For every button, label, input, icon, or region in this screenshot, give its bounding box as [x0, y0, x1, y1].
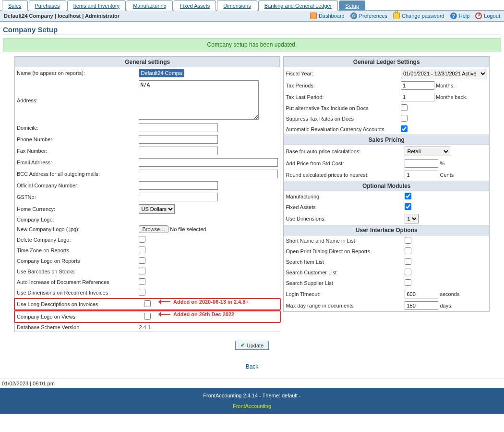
mod-fixed-assets-checkbox[interactable]: [405, 203, 411, 210]
page-title: Company Setup: [3, 25, 501, 35]
search-supplier-label: Search Supplier List: [284, 278, 403, 288]
short-name-checkbox[interactable]: [405, 237, 411, 244]
login-timeout-input[interactable]: [405, 290, 438, 298]
tax-periods-input[interactable]: [401, 81, 434, 90]
phone-input[interactable]: [139, 135, 218, 144]
logo-views-label: Company Logo on Views: [15, 311, 142, 322]
gst-input[interactable]: [139, 193, 218, 201]
home-currency-select[interactable]: US Dollars: [139, 204, 175, 214]
mod-manufacturing-label: Manufacturing: [284, 191, 403, 202]
suppress-tax-checkbox[interactable]: [401, 115, 408, 122]
new-logo-label: New Company Logo (.jpg):: [15, 224, 137, 235]
link-preferences[interactable]: Preferences: [350, 12, 387, 19]
base-auto-select[interactable]: Retail: [405, 147, 450, 156]
status-bar: 01/02/2023 | 06:01 pm: [0, 379, 504, 388]
phone-label: Phone Number:: [15, 134, 137, 145]
max-day-suffix: days.: [440, 303, 452, 309]
update-button[interactable]: ✔ Update: [235, 341, 269, 350]
ledger-header: General Ledger Settings: [284, 57, 489, 67]
dim-recurrent-label: Use Dimensions on Recurrent Invoices: [15, 287, 137, 298]
open-print-checkbox[interactable]: [405, 247, 411, 254]
gear-icon: [350, 12, 357, 19]
footer-version: FrontAccounting 2.4.14 - Theme: default …: [0, 388, 504, 403]
auto-reval-label: Automatic Revaluation Currency Accounts: [284, 124, 399, 135]
long-desc-checkbox[interactable]: [144, 300, 151, 307]
barcodes-label: Use Barcodes on Stocks: [15, 266, 137, 277]
alt-tax-checkbox[interactable]: [401, 104, 408, 111]
mod-manufacturing-checkbox[interactable]: [405, 193, 411, 199]
search-customer-checkbox[interactable]: [405, 269, 411, 275]
fy-label: Fiscal Year:: [284, 67, 399, 80]
domicile-label: Domicile:: [15, 122, 137, 134]
tz-reports-checkbox[interactable]: [139, 247, 145, 253]
footer-link[interactable]: FrontAccounting: [233, 403, 271, 409]
company-name-input[interactable]: [139, 69, 184, 77]
link-change-password[interactable]: Change password: [393, 12, 444, 19]
barcodes-checkbox[interactable]: [139, 268, 145, 274]
tax-last-label: Tax Last Period:: [284, 91, 399, 103]
logo-label: Company Logo:: [15, 215, 137, 224]
fax-label: Fax Number:: [15, 145, 137, 157]
tax-periods-suffix: Months.: [436, 83, 455, 88]
add-price-label: Add Price from Std Cost:: [284, 158, 403, 169]
browse-button[interactable]: Browse…: [139, 225, 168, 233]
db-scheme-value: 2.4.1: [137, 323, 280, 332]
address-textarea[interactable]: N/A: [139, 80, 259, 120]
fax-input[interactable]: [139, 147, 218, 155]
max-day-label: Max day range in documents: [284, 300, 403, 311]
use-dims-select[interactable]: 1: [405, 214, 419, 223]
add-price-input[interactable]: [405, 159, 438, 168]
tab-banking[interactable]: Banking and General Ledger: [258, 0, 338, 11]
dim-recurrent-checkbox[interactable]: [139, 289, 145, 296]
add-price-suffix: %: [440, 160, 444, 166]
auto-inc-checkbox[interactable]: [139, 278, 145, 285]
annotation-long-desc: Added on 2020-06-13 in 2.4.8+: [159, 299, 249, 305]
lock-icon: [393, 12, 400, 19]
round-suffix: Cents: [440, 172, 454, 178]
search-supplier-checkbox[interactable]: [405, 279, 411, 286]
tab-dimensions[interactable]: Dimensions: [217, 0, 257, 11]
link-dashboard[interactable]: Dashboard: [310, 12, 345, 19]
mod-fixed-assets-label: Fixed Assets: [284, 202, 403, 212]
fiscal-year-select[interactable]: 01/01/2021 - 12/31/2021 Active: [401, 69, 487, 78]
ocn-input[interactable]: [139, 181, 218, 190]
tab-items[interactable]: Items and Inventory: [67, 0, 126, 11]
delete-logo-checkbox[interactable]: [139, 236, 145, 243]
max-day-input[interactable]: [405, 301, 438, 310]
logo-reports-checkbox[interactable]: [139, 257, 145, 264]
domicile-input[interactable]: [139, 123, 218, 132]
home-currency-label: Home Currency:: [15, 203, 137, 215]
round-input[interactable]: [405, 171, 438, 179]
tax-last-suffix: Months back.: [436, 94, 467, 100]
email-input[interactable]: [139, 158, 278, 167]
alt-tax-label: Put alternative Tax Include on Docs: [284, 103, 399, 113]
open-print-label: Open Print Dialog Direct on Reports: [284, 246, 403, 257]
bcc-input[interactable]: [139, 170, 278, 178]
logo-reports-label: Company Logo on Reports: [15, 256, 137, 266]
tab-manufacturing[interactable]: Manufacturing: [127, 0, 173, 11]
auto-reval-checkbox[interactable]: [401, 125, 408, 132]
back-link[interactable]: Back: [246, 363, 259, 370]
link-help[interactable]: ?Help: [450, 12, 470, 19]
link-logout[interactable]: Logout: [475, 12, 500, 19]
ui-opts-header: User Interface Options: [284, 225, 489, 235]
ocn-label: Official Company Number:: [15, 180, 137, 191]
tab-purchases[interactable]: Purchases: [29, 0, 66, 11]
tab-fixed-assets[interactable]: Fixed Assets: [174, 0, 216, 11]
login-timeout-label: Login Timeout:: [284, 288, 403, 300]
address-label: Address:: [15, 79, 137, 122]
base-auto-label: Base for auto price calculations:: [284, 145, 403, 158]
tab-sales[interactable]: Sales: [2, 0, 28, 11]
breadcrumb: Default24 Company | localhost | Administ…: [4, 13, 120, 19]
name-label: Name (to appear on reports):: [15, 67, 137, 79]
tab-setup[interactable]: Setup: [339, 0, 365, 11]
gst-label: GSTNo:: [15, 191, 137, 203]
search-customer-label: Search Customer List: [284, 267, 403, 278]
tax-last-input[interactable]: [401, 93, 434, 101]
modules-header: Optional Modules: [284, 181, 489, 191]
logo-views-checkbox[interactable]: [144, 313, 151, 320]
annotation-logo-views: Added on 26th Dec 2022: [159, 311, 234, 317]
check-icon: ✔: [240, 342, 245, 348]
search-item-checkbox[interactable]: [405, 258, 411, 265]
right-panel: General Ledger Settings Fiscal Year: 01/…: [283, 56, 490, 312]
